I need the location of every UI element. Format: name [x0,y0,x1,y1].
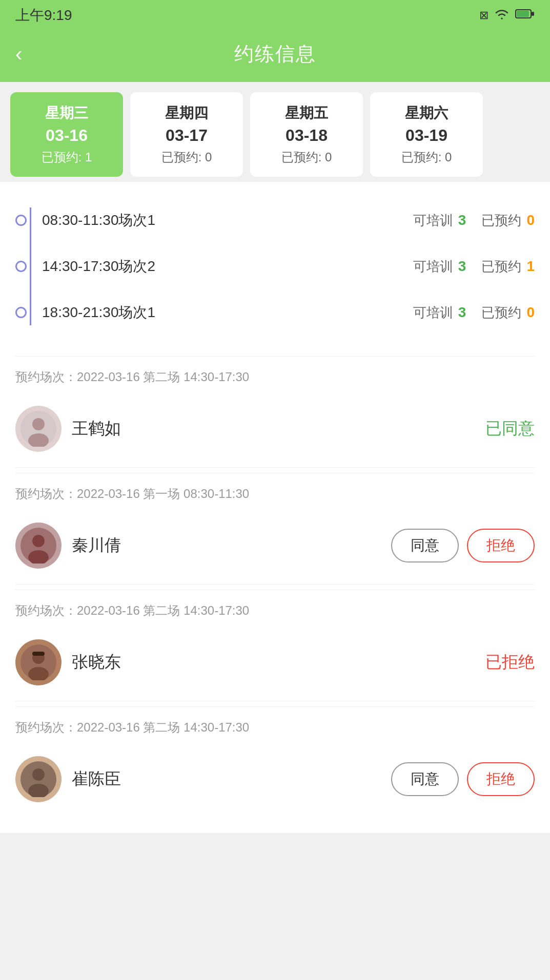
booking-section-3: 预约场次：2022-03-16 第二场 14:30-17:30 崔陈臣 同意 拒… [15,706,535,812]
avatar-2 [15,639,62,685]
status-time: 上午9:19 [15,6,72,25]
avatar-0 [15,406,62,452]
booked-count-1: 1 [526,258,535,275]
svg-point-4 [32,418,45,430]
date-num-1: 03-17 [140,126,233,145]
signal-icon: ⊠ [479,9,488,22]
schedule-time-2: 18:30-21:30场次1 [42,303,413,322]
schedule-meta-2: 可培训 3 已预约 0 [413,304,535,322]
user-name-1: 秦川倩 [72,534,391,557]
date-day-2: 星期五 [260,103,353,123]
booking-info-2: 预约场次：2022-03-16 第二场 14:30-17:30 [15,602,535,619]
date-num-3: 03-19 [380,126,473,145]
train-count-2: 3 [458,304,466,321]
divider-2 [15,701,535,701]
date-num-0: 03-16 [21,126,113,145]
schedule-dot-0 [15,215,27,226]
avatar-image-2 [21,644,56,680]
booking-row-3: 崔陈臣 同意 拒绝 [15,746,535,812]
date-day-0: 星期三 [21,103,113,123]
train-label-0: 可培训 [413,212,453,230]
main-content: 08:30-11:30场次1 可培训 3 已预约 0 14:30-17:30场次… [0,182,550,833]
schedule-time-0: 08:30-11:30场次1 [42,211,413,230]
booked-count-0: 0 [526,212,535,228]
page-title: 约练信息 [234,41,316,67]
avatar-image-3 [21,761,56,797]
booking-row-1: 秦川倩 同意 拒绝 [15,512,535,579]
schedule-item-2[interactable]: 18:30-21:30场次1 可培训 3 已预约 0 [15,289,535,336]
svg-point-7 [32,535,45,547]
date-card-3[interactable]: 星期六 03-19 已预约: 0 [370,92,483,177]
status-icons: ⊠ [479,8,535,23]
avatar-1 [15,523,62,569]
date-booked-0: 已预约: 1 [21,149,113,165]
booking-row-0: 王鹤如 已同意 [15,395,535,462]
user-name-2: 张晓东 [72,651,485,674]
date-selector: 星期三 03-16 已预约: 1 星期四 03-17 已预约: 0 星期五 03… [0,82,550,182]
status-agreed-0: 已同意 [485,418,535,440]
date-booked-1: 已预约: 0 [140,149,233,165]
booking-info-0: 预约场次：2022-03-16 第二场 14:30-17:30 [15,369,535,385]
agree-button-1[interactable]: 同意 [391,529,459,562]
date-card-0[interactable]: 星期三 03-16 已预约: 1 [10,92,123,177]
schedule-item-0[interactable]: 08:30-11:30场次1 可培训 3 已预约 0 [15,197,535,243]
battery-icon [515,9,535,22]
train-label-2: 可培训 [413,304,453,322]
booking-info-1: 预约场次：2022-03-16 第一场 08:30-11:30 [15,486,535,502]
back-button[interactable]: ‹ [15,43,22,66]
schedule-dot-2 [15,307,27,318]
svg-rect-1 [517,11,529,17]
reject-button-1[interactable]: 拒绝 [467,529,535,562]
date-day-3: 星期六 [380,103,473,123]
avatar-image-1 [21,528,56,564]
train-label-1: 可培训 [413,258,453,276]
header: ‹ 约练信息 [0,31,550,82]
schedule-meta-0: 可培训 3 已预约 0 [413,212,535,230]
status-rejected-2: 已拒绝 [485,651,535,674]
train-count-0: 3 [458,212,466,228]
divider-1 [15,584,535,585]
booking-info-3: 预约场次：2022-03-16 第二场 14:30-17:30 [15,719,535,736]
date-booked-3: 已预约: 0 [380,149,473,165]
schedule-meta-1: 可培训 3 已预约 1 [413,258,535,276]
train-count-1: 3 [458,258,466,275]
schedule-time-1: 14:30-17:30场次2 [42,257,413,276]
booking-section-2: 预约场次：2022-03-16 第二场 14:30-17:30 张晓东 已拒绝 [15,590,535,696]
date-num-2: 03-18 [260,126,353,145]
schedule-item-1[interactable]: 14:30-17:30场次2 可培训 3 已预约 1 [15,243,535,289]
wifi-icon [495,8,509,23]
user-name-3: 崔陈臣 [72,768,391,790]
svg-point-14 [32,768,45,781]
reject-button-3[interactable]: 拒绝 [467,762,535,796]
divider-0 [15,467,535,468]
status-bar: 上午9:19 ⊠ [0,0,550,31]
booking-section-0: 预约场次：2022-03-16 第二场 14:30-17:30 王鹤如 已同意 [15,356,535,462]
booked-count-2: 0 [526,304,535,321]
avatar-3 [15,756,62,802]
user-name-0: 王鹤如 [72,418,485,440]
booked-label-1: 已预约 [481,258,521,276]
svg-rect-12 [32,652,45,656]
booked-label-2: 已预约 [481,304,521,322]
svg-rect-2 [532,12,534,16]
date-booked-2: 已预约: 0 [260,149,353,165]
booking-row-2: 张晓东 已拒绝 [15,629,535,696]
booking-section-1: 预约场次：2022-03-16 第一场 08:30-11:30 秦川倩 同意 拒… [15,473,535,579]
avatar-image-0 [21,411,56,447]
booked-label-0: 已预约 [481,212,521,230]
schedule-dot-1 [15,261,27,272]
schedule-list: 08:30-11:30场次1 可培训 3 已预约 0 14:30-17:30场次… [15,197,535,336]
agree-button-3[interactable]: 同意 [391,762,459,796]
date-card-2[interactable]: 星期五 03-18 已预约: 0 [250,92,363,177]
date-day-1: 星期四 [140,103,233,123]
date-card-1[interactable]: 星期四 03-17 已预约: 0 [130,92,243,177]
